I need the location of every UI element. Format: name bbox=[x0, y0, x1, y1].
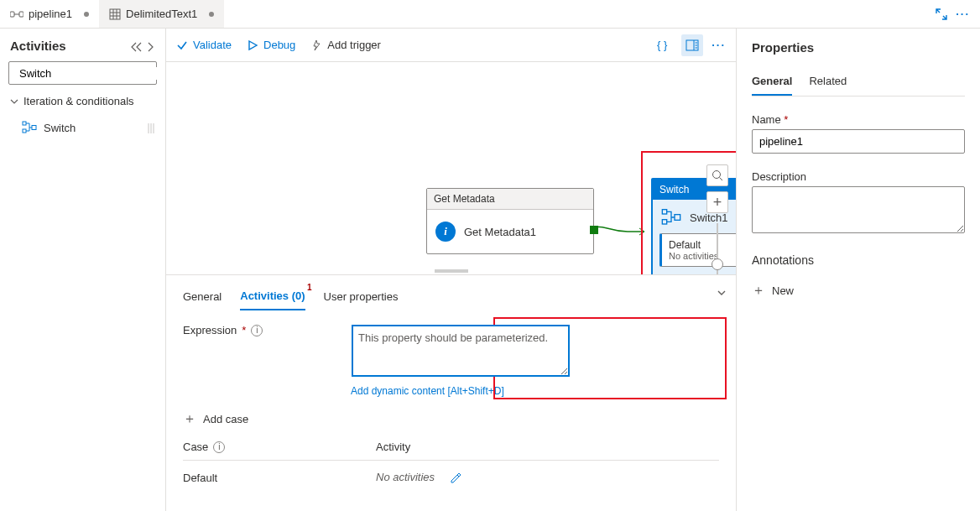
activities-title: Activities bbox=[10, 39, 66, 53]
activities-search-input[interactable] bbox=[19, 67, 160, 80]
document-tabs: pipeline1 DelimitedText1 ··· bbox=[0, 0, 980, 29]
zoom-slider-knob[interactable] bbox=[712, 258, 723, 270]
activity-switch[interactable]: Switch bbox=[8, 117, 157, 138]
activity-switch-label: Switch bbox=[44, 122, 76, 134]
properties-panel: Properties General Related Name * Descri… bbox=[737, 29, 980, 511]
svg-rect-11 bbox=[23, 129, 26, 133]
svg-rect-0 bbox=[10, 12, 14, 17]
svg-rect-3 bbox=[110, 9, 120, 19]
svg-rect-23 bbox=[675, 215, 680, 221]
svg-point-26 bbox=[713, 171, 721, 179]
more-icon[interactable]: ··· bbox=[956, 8, 970, 20]
name-input[interactable] bbox=[752, 129, 965, 154]
expression-input[interactable] bbox=[352, 326, 569, 376]
svg-rect-1 bbox=[19, 12, 23, 17]
canvas-zoom-rail: + − bbox=[706, 164, 729, 274]
tab-delimitedtext1-dirty-indicator bbox=[209, 12, 214, 17]
activity-details-panel: General Activities (0)1 User properties … bbox=[166, 274, 736, 511]
toolbar-more-icon[interactable]: ··· bbox=[712, 39, 726, 51]
zoom-in-button[interactable]: + bbox=[706, 191, 728, 213]
edit-case-icon[interactable] bbox=[450, 471, 461, 483]
zoom-search-button[interactable] bbox=[706, 164, 728, 186]
pipeline-icon bbox=[10, 8, 23, 20]
switch-icon bbox=[22, 121, 37, 134]
description-input[interactable] bbox=[752, 186, 965, 233]
expression-label: Expression * i bbox=[183, 324, 326, 336]
json-view-button[interactable]: { } bbox=[651, 34, 673, 56]
svg-rect-10 bbox=[23, 122, 26, 125]
description-label: Description bbox=[752, 170, 965, 183]
plus-icon: ＋ bbox=[752, 284, 765, 297]
col-case: Case bbox=[183, 441, 208, 453]
svg-line-27 bbox=[720, 178, 723, 181]
properties-toggle-button[interactable] bbox=[681, 34, 703, 56]
collapse-panel-icon[interactable] bbox=[716, 285, 727, 299]
required-indicator: * bbox=[242, 324, 246, 336]
tab-pipeline1-label: pipeline1 bbox=[29, 8, 72, 20]
details-tab-userprops[interactable]: User properties bbox=[324, 284, 399, 310]
node-get-metadata-header: Get Metadata bbox=[427, 189, 593, 210]
annotations-label: Annotations bbox=[752, 253, 965, 267]
info-icon[interactable]: i bbox=[251, 325, 263, 336]
plus-icon: ＋ bbox=[183, 412, 196, 425]
panel-resize-handle[interactable] bbox=[435, 269, 468, 273]
tab-delimitedtext1[interactable]: DelimitedText1 bbox=[99, 0, 224, 28]
svg-rect-12 bbox=[32, 126, 36, 130]
details-tab-activities[interactable]: Activities (0)1 bbox=[240, 283, 305, 310]
drag-handle-icon[interactable] bbox=[147, 121, 155, 134]
new-label: New bbox=[772, 284, 794, 297]
group-iteration-conditionals[interactable]: Iteration & conditionals bbox=[8, 91, 157, 111]
activities-search[interactable] bbox=[8, 61, 157, 85]
error-badge: 1 bbox=[307, 283, 312, 292]
add-dynamic-content-link[interactable]: Add dynamic content [Alt+Shift+D] bbox=[351, 385, 504, 397]
pipeline-toolbar: Validate Debug Add trigger { } ··· bbox=[166, 29, 736, 62]
props-tab-general[interactable]: General bbox=[752, 68, 792, 96]
zoom-slider[interactable]: − bbox=[717, 223, 718, 274]
add-case-button[interactable]: ＋ Add case bbox=[183, 412, 719, 425]
properties-title: Properties bbox=[752, 40, 965, 55]
node-get-metadata-name: Get Metadata1 bbox=[464, 226, 536, 238]
details-tab-general[interactable]: General bbox=[183, 284, 222, 310]
group-label: Iteration & conditionals bbox=[23, 95, 134, 107]
tab-pipeline1[interactable]: pipeline1 bbox=[0, 0, 99, 28]
activities-sidebar: Activities Iteration & conditionals bbox=[0, 29, 166, 511]
info-icon: i bbox=[435, 222, 456, 242]
node-get-metadata[interactable]: Get Metadata i Get Metadata1 bbox=[426, 188, 594, 254]
case-default-name: Default bbox=[183, 472, 342, 484]
tab-pipeline1-dirty-indicator bbox=[84, 12, 89, 17]
case-default-activity: No activities bbox=[376, 471, 435, 483]
new-annotation-button[interactable]: ＋ New bbox=[752, 284, 965, 297]
add-trigger-label: Add trigger bbox=[327, 39, 381, 51]
case-table: Case i Activity Default No activities bbox=[183, 434, 719, 494]
svg-rect-21 bbox=[662, 210, 666, 214]
validate-label: Validate bbox=[193, 39, 232, 51]
debug-button[interactable]: Debug bbox=[247, 39, 295, 51]
switch-icon bbox=[661, 208, 681, 227]
add-trigger-button[interactable]: Add trigger bbox=[310, 39, 381, 51]
chevron-down-icon bbox=[10, 97, 18, 106]
props-tab-related[interactable]: Related bbox=[809, 68, 847, 96]
info-icon[interactable]: i bbox=[213, 441, 225, 453]
dataset-icon bbox=[109, 8, 121, 20]
svg-rect-22 bbox=[662, 220, 666, 224]
name-label: Name * bbox=[752, 113, 965, 126]
pipeline-canvas[interactable]: Get Metadata i Get Metadata1 Switch bbox=[166, 62, 736, 274]
expand-icon[interactable] bbox=[936, 8, 947, 21]
debug-label: Debug bbox=[263, 39, 295, 51]
tab-delimitedtext1-label: DelimitedText1 bbox=[126, 8, 197, 20]
collapse-dock-icon[interactable] bbox=[145, 39, 155, 53]
col-activity: Activity bbox=[376, 441, 410, 453]
validate-button[interactable]: Validate bbox=[176, 39, 232, 51]
chevron-double-left-icon[interactable] bbox=[130, 39, 143, 53]
add-case-label: Add case bbox=[203, 413, 248, 425]
case-row-default: Default No activities bbox=[183, 461, 719, 494]
